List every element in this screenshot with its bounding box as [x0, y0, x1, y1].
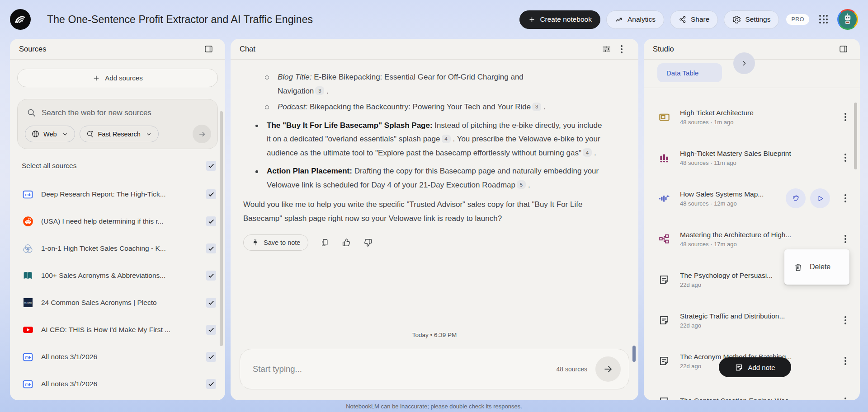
studio-item-row[interactable]: Strategic Traffic and Distribution...22d…: [644, 300, 860, 341]
source-checkbox[interactable]: [206, 271, 216, 281]
notebooklm-note-icon: m: [22, 378, 34, 390]
source-checkbox[interactable]: [206, 379, 216, 389]
source-checkbox[interactable]: [206, 325, 216, 335]
citation-chip[interactable]: 4: [442, 135, 451, 143]
studio-item-menu-icon[interactable]: [844, 116, 846, 118]
data-table-chip[interactable]: Data Table: [657, 63, 722, 82]
add-note-label: Add note: [748, 364, 775, 371]
studio-item-title: High-Ticket Mastery Sales Blueprint: [680, 150, 832, 158]
reddit-icon: [22, 215, 34, 228]
chat-settings-icon[interactable]: [599, 42, 614, 57]
chat-bullet: The "Buy It For Life Basecamp" Splash Pa…: [243, 119, 603, 160]
date-divider: Today • 6:39 PM: [231, 332, 638, 338]
chip-carousel-next-button[interactable]: [733, 52, 755, 74]
source-checkbox[interactable]: [206, 189, 216, 199]
chat-input[interactable]: [253, 364, 557, 374]
source-checkbox[interactable]: [206, 216, 216, 226]
source-checkbox[interactable]: [206, 352, 216, 362]
source-row[interactable]: (USA) I need help determining if this r.…: [10, 208, 225, 235]
collapse-sources-panel-icon[interactable]: [201, 42, 216, 57]
source-checkbox[interactable]: [206, 298, 216, 308]
note-icon: [657, 396, 671, 400]
bullet-lead: The "Buy It For Life Basecamp" Splash Pa…: [267, 121, 433, 130]
studio-item-row[interactable]: High-Ticket Mastery Sales Blueprint48 so…: [644, 137, 860, 178]
sources-scrollbar[interactable]: [220, 111, 223, 346]
share-button[interactable]: Share: [670, 10, 718, 29]
create-notebook-button[interactable]: Create notebook: [519, 10, 600, 29]
citation-chip[interactable]: 5: [517, 180, 526, 189]
sub-bullet-label: Blog Title:: [278, 73, 311, 81]
source-list: m Deep Research Report: The High-Tick...…: [10, 181, 225, 398]
citation-chip[interactable]: 3: [315, 86, 324, 95]
notebook-title[interactable]: The One-Sentence Profit Extractor and AI…: [47, 14, 313, 26]
search-submit-button[interactable]: [193, 125, 211, 143]
analytics-button[interactable]: Analytics: [606, 10, 664, 29]
sub-bullet-label: Podcast:: [278, 103, 307, 111]
plus-icon: [528, 16, 536, 23]
source-row[interactable]: 100+ Sales Acronyms & Abbreviations...: [10, 262, 225, 289]
studio-item-row[interactable]: The Content Creation Engine: Wee...: [644, 381, 860, 400]
add-sources-button[interactable]: Add sources: [17, 69, 218, 87]
studio-item-title: Mastering the Architecture of High...: [680, 231, 832, 239]
search-input[interactable]: [42, 108, 209, 117]
sources-panel-title: Sources: [19, 45, 47, 53]
studio-panel-title: Studio: [653, 45, 674, 53]
chat-panel-title: Chat: [240, 45, 255, 53]
source-row[interactable]: 1-on-1 High Ticket Sales Coaching - K...: [10, 235, 225, 262]
studio-item-row[interactable]: How Sales Systems Map...48 sources · 12m…: [644, 178, 860, 219]
select-all-checkbox[interactable]: [206, 161, 216, 171]
studio-item-meta: 48 sources · 1m ago: [680, 119, 832, 126]
studio-item-row[interactable]: High Ticket Architecture48 sources · 1m …: [644, 97, 860, 137]
studio-item-title: Strategic Traffic and Distribution...: [680, 312, 832, 320]
web-chip-label: Web: [43, 131, 57, 138]
notebooklm-logo-icon[interactable]: [10, 9, 31, 30]
source-count: 48 sources: [557, 365, 587, 373]
send-message-button[interactable]: [595, 356, 621, 382]
studio-item-menu-icon[interactable]: [844, 157, 846, 159]
pin-icon: [251, 239, 259, 247]
add-note-button[interactable]: Add note: [719, 357, 791, 377]
source-row[interactable]: PLECTO 24 Common Sales Acronyms | Plecto: [10, 289, 225, 316]
search-icon: [27, 108, 36, 117]
studio-item-meta: 48 sources · 11m ago: [680, 159, 832, 166]
collapse-studio-panel-icon[interactable]: [835, 42, 851, 57]
studio-item-menu-icon[interactable]: [844, 360, 846, 362]
notebooklm-note-icon: m: [22, 188, 34, 201]
citation-chip[interactable]: 4: [583, 148, 592, 157]
studio-item-menu-icon[interactable]: [844, 319, 846, 321]
interactive-mode-button[interactable]: [786, 188, 806, 208]
source-checkbox[interactable]: [206, 243, 216, 253]
avatar[interactable]: [837, 9, 858, 30]
source-row[interactable]: m Deep Research Report: The High-Tick...: [10, 181, 225, 208]
web-filter-chip[interactable]: Web: [25, 126, 75, 142]
chat-closing-paragraph: Would you like me to help you write the …: [243, 198, 596, 225]
source-title: All notes 3/1/2026: [41, 380, 199, 388]
source-row[interactable]: m All notes 3/1/2026: [10, 343, 225, 370]
plecto-icon: PLECTO: [22, 297, 34, 309]
disclaimer-text: NotebookLM can be inaccurate; please dou…: [0, 403, 868, 410]
chat-more-menu-icon[interactable]: [614, 42, 629, 57]
thumbs-up-icon[interactable]: [341, 238, 351, 248]
delete-menu-label: Delete: [810, 263, 830, 271]
settings-button[interactable]: Settings: [724, 10, 779, 29]
chat-bullet: Action Plan Placement: Drafting the copy…: [243, 164, 603, 192]
studio-item-menu-icon[interactable]: [844, 238, 846, 240]
thumbs-down-icon[interactable]: [363, 238, 373, 248]
studio-item-menu-icon[interactable]: [844, 197, 846, 199]
studio-item-meta: 48 sources · 12m ago: [680, 200, 777, 207]
copy-icon[interactable]: [320, 238, 330, 248]
google-apps-grid-icon[interactable]: [819, 15, 828, 24]
save-to-note-button[interactable]: Save to note: [243, 234, 308, 251]
chevron-down-icon: [61, 131, 69, 138]
play-audio-button[interactable]: [810, 188, 830, 208]
citation-chip[interactable]: 3: [532, 103, 541, 111]
svg-text:m: m: [25, 355, 29, 360]
fast-research-chip[interactable]: Fast Research: [80, 126, 159, 142]
share-icon: [679, 15, 687, 23]
robot-avatar-icon: [841, 13, 854, 26]
studio-scrollbar[interactable]: [854, 103, 857, 169]
source-row[interactable]: m All notes 3/1/2026: [10, 370, 225, 398]
source-row[interactable]: AI CEO: THIS is How I'd Make My First ..…: [10, 316, 225, 343]
delete-menu[interactable]: Delete: [784, 249, 849, 285]
chat-scrollbar[interactable]: [632, 346, 636, 362]
